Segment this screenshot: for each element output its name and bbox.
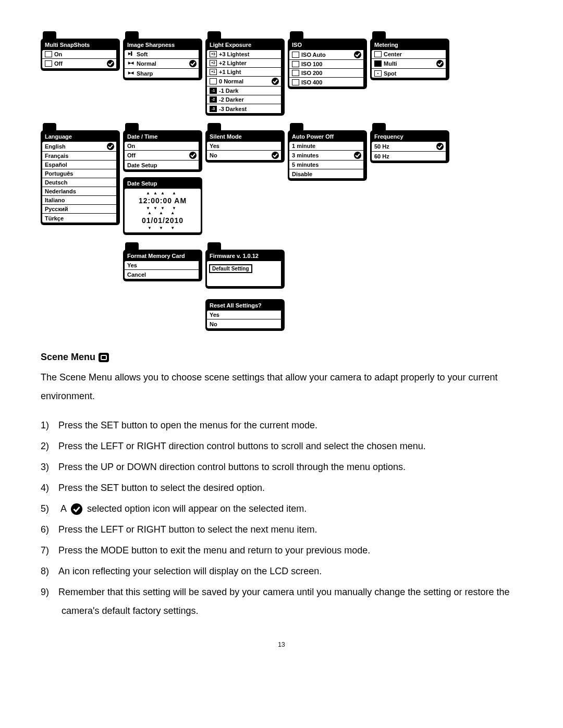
menu-item-label: ISO Auto (301, 52, 326, 58)
menu-title: Reset All Settings? (210, 302, 262, 309)
page-number: 13 (41, 641, 522, 648)
step-item: Press the UP or DOWN direction control b… (41, 458, 522, 476)
menu-title: Auto Power Off (292, 133, 334, 140)
menu-item: -2-2 Darker (207, 95, 281, 104)
menu-item: -1-1 Dark (207, 87, 281, 95)
focus-icon (125, 31, 139, 39)
menu-item: Nederlands (42, 187, 116, 196)
menu-item-label: Off (127, 152, 136, 158)
menu-item: ISO 200 (289, 69, 363, 78)
down-arrows-icon: ▼▼▼ ▼ (125, 206, 201, 211)
up-arrows-icon: ▲ ▲ ▲ (125, 211, 201, 215)
menu-item: Off (42, 59, 116, 68)
exposure-icon (207, 31, 221, 39)
menu-item-label: Sharp (137, 70, 153, 77)
ev-icon: -3 (210, 106, 217, 112)
menu-image-sharpness: Image Sharpness ▶▌Soft ▶◀Normal ▶◀Sharp (123, 39, 202, 80)
menu-item: On (42, 50, 116, 59)
menu-item: Yes (207, 311, 281, 319)
menu-format-memory-card: Format Memory Card Yes Cancel (123, 250, 202, 281)
menu-item: Deutsch (42, 178, 116, 187)
menu-item: Yes (125, 261, 199, 270)
menu-item-label: Disable (292, 171, 312, 177)
menu-item-label: No (210, 321, 217, 327)
scene-icon (99, 353, 109, 362)
iso-icon (292, 61, 299, 67)
menu-title: Image Sharpness (127, 42, 175, 48)
menu-title: Date / Time (127, 133, 158, 140)
menu-item: Italiano (42, 196, 116, 205)
menu-iso: ISO ISO Auto ISO 100 ISO 200 ISO 400 (288, 39, 367, 89)
check-icon (354, 152, 361, 159)
menu-item-label: Yes (210, 312, 219, 318)
menu-item-label: -1 Dark (219, 88, 238, 94)
menu-frequency: Frequency 50 Hz 60 Hz (370, 130, 449, 163)
menu-item: -3-3 Darkest (207, 104, 281, 113)
check-icon (354, 51, 361, 58)
menu-item-label: Deutsch (45, 179, 67, 186)
focus-icon: ▶◀ (127, 70, 134, 77)
menu-item-label: No (210, 152, 217, 158)
menu-multi-snapshots: Multi SnapShots On Off (41, 39, 120, 71)
menu-title: Date Setup (127, 180, 157, 187)
menu-item: ISO 100 (289, 60, 363, 69)
menu-item: Cancel (125, 270, 199, 279)
step-item: Press the LEFT or RIGHT direction contro… (41, 437, 522, 455)
check-icon (189, 152, 197, 159)
menu-item: Yes (207, 142, 281, 151)
step-item: Remember that this setting will be saved… (41, 583, 522, 620)
menu-item: 0 Normal (207, 77, 281, 87)
menu-title: Firmware v. 1.0.12 (210, 253, 259, 259)
scene-menu-intro: The Scene Menu allows you to choose scen… (41, 368, 522, 405)
scene-menu-heading: Scene Menu (41, 352, 522, 363)
mute-icon (207, 123, 221, 131)
menu-title: Language (45, 133, 72, 140)
menu-item-label: +1 Light (219, 69, 241, 75)
menu-title: Metering (374, 42, 398, 48)
menu-item: English (42, 142, 116, 152)
menu-item: ISO 400 (289, 78, 363, 87)
power-icon (290, 123, 303, 131)
menu-item-label: ISO 100 (301, 61, 322, 67)
menu-item: Français (42, 152, 116, 161)
menu-firmware: Firmware v. 1.0.12 Default Setting (205, 250, 285, 289)
menu-item: 3 minutes (289, 151, 363, 161)
menu-silent-mode: Silent Mode Yes No (205, 130, 285, 163)
menu-item: 5 minutes (289, 161, 363, 169)
check-icon (107, 60, 114, 67)
meter-multi-icon (374, 60, 382, 67)
date-setup-date: 01/01/2010 (125, 215, 201, 226)
menu-item-label: -2 Darker (219, 96, 244, 103)
menu-item-label: 3 minutes (292, 152, 319, 158)
menu-item-label: Date Setup (127, 162, 157, 168)
menu-item: Date Setup (125, 161, 199, 169)
menu-item-label: On (54, 51, 62, 57)
iso-icon (292, 70, 299, 76)
menu-item-label: English (45, 143, 66, 150)
heading-text: Scene Menu (41, 352, 95, 363)
menu-item-label: On (127, 143, 135, 149)
camera-menus-figure: Multi SnapShots On Off Image Sharpness ▶… (41, 31, 522, 331)
menu-item-label: Français (45, 153, 68, 159)
step-item: Press the LEFT or RIGHT button to select… (41, 520, 522, 539)
menu-item-label: Yes (210, 143, 219, 149)
check-icon (71, 503, 82, 515)
menu-item-label: ISO 200 (301, 70, 322, 76)
focus-icon: ▶◀ (127, 60, 134, 67)
menu-item: 1 minute (289, 142, 363, 151)
menu-item-label: Multi (384, 60, 397, 67)
check-icon (272, 152, 279, 159)
focus-icon: ▶▌ (127, 51, 134, 57)
meter-spot-icon: • (374, 70, 382, 77)
menu-item-label: Normal (137, 60, 156, 67)
step-text: A (60, 503, 66, 514)
menu-item-label: Spot (384, 70, 396, 77)
menu-title: Frequency (374, 133, 403, 140)
menu-item-label: Off (54, 60, 63, 67)
iso-icon (290, 31, 303, 39)
menu-item-label: +2 Lighter (219, 60, 247, 66)
menu-item-label: 5 minutes (292, 162, 319, 168)
menu-item: No (207, 319, 281, 328)
menu-item: +3+3 Lightest (207, 50, 281, 59)
card-icon (125, 242, 139, 250)
